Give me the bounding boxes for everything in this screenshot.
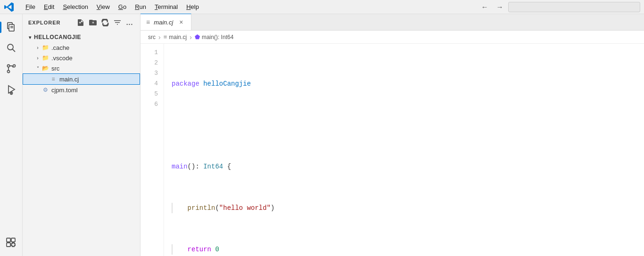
title-search-input[interactable]: [508, 2, 640, 12]
tree-item-cjpm-toml[interactable]: ⚙ cjpm.toml: [23, 85, 140, 95]
folder-icon-src: 📂: [41, 64, 49, 72]
refresh-button[interactable]: [100, 18, 110, 27]
file-tree: ▾ HELLOCANGJIE › 📁 .cache › 📁 .vscode ˅ …: [23, 31, 140, 256]
svg-rect-13: [11, 238, 15, 242]
fn-println: println: [172, 203, 215, 213]
editor-area: ≡ main.cj × src › ≡ main.cj › ⬟ main(): …: [140, 14, 644, 256]
code-line-4: println("hello world"): [172, 203, 636, 213]
paren-open: ():: [188, 161, 204, 172]
vscode-logo: [4, 2, 14, 12]
activity-source-control[interactable]: [2, 59, 21, 78]
root-label: HELLOCANGJIE: [34, 34, 81, 40]
breadcrumb-file-icon: ≡: [164, 33, 167, 40]
explorer-icon: [6, 22, 17, 33]
collapse-button[interactable]: [113, 18, 122, 27]
tab-main-cj[interactable]: ≡ main.cj ×: [140, 14, 191, 30]
new-folder-icon: [89, 19, 97, 26]
str-hello: "hello world": [219, 203, 271, 213]
line-num-5: 5: [148, 89, 158, 99]
code-editor[interactable]: 1 2 3 4 5 6 package helloCangjie main():…: [140, 44, 644, 256]
activity-search[interactable]: [2, 39, 21, 57]
source-control-icon: [6, 63, 17, 74]
ns-hellocangjie: helloCangjie: [203, 79, 251, 89]
file-icon-cjpm: ⚙: [41, 86, 49, 94]
svg-point-8: [7, 71, 9, 73]
breadcrumb-main-fn[interactable]: ⬟ main(): Int64: [195, 33, 233, 40]
more-options-button[interactable]: ...: [125, 18, 134, 27]
type-int64: Int64: [203, 161, 223, 172]
paren-l: (: [215, 203, 219, 213]
menu-go[interactable]: Go: [115, 2, 130, 12]
menu-edit[interactable]: Edit: [40, 2, 58, 12]
paren-r: ): [271, 203, 274, 213]
activity-bar: [0, 14, 23, 256]
line-numbers: 1 2 3 4 5 6: [140, 44, 164, 256]
tree-item-src[interactable]: ˅ 📂 src: [23, 63, 140, 73]
nav-buttons: ← →: [478, 2, 640, 12]
run-debug-icon: [6, 84, 17, 95]
new-folder-button[interactable]: [88, 18, 98, 27]
file-icon-main-cj: ≡: [50, 75, 57, 83]
more-icon: ...: [126, 19, 133, 26]
menu-terminal[interactable]: Terminal: [151, 2, 182, 12]
code-line-3: main(): Int64 {: [172, 161, 636, 172]
svg-line-5: [12, 49, 15, 52]
breadcrumb-file-label: main.cj: [169, 34, 187, 40]
new-file-button[interactable]: [76, 18, 85, 27]
menu-selection[interactable]: Selection: [59, 2, 91, 12]
tab-close-button[interactable]: ×: [177, 18, 185, 26]
tree-item-main-cj[interactable]: ≡ main.cj: [23, 73, 140, 85]
activity-explorer[interactable]: [2, 18, 21, 37]
breadcrumb-fn-label: main(): Int64: [202, 34, 233, 40]
menu-view[interactable]: View: [93, 2, 114, 12]
menu-run[interactable]: Run: [131, 2, 150, 12]
sidebar-title: EXPLORER: [28, 20, 61, 25]
breadcrumb-sep-2: ›: [190, 33, 192, 41]
activity-extensions[interactable]: [2, 233, 21, 252]
cjpm-label: cjpm.toml: [51, 87, 78, 94]
svg-rect-12: [7, 243, 10, 247]
tree-item-vscode[interactable]: › 📁 .vscode: [23, 53, 140, 63]
breadcrumb-src-label: src: [148, 34, 156, 40]
brace-open: {: [223, 161, 231, 172]
tab-filename: main.cj: [154, 19, 173, 26]
main-layout: EXPLORER: [0, 14, 644, 256]
breadcrumb-main-cj[interactable]: ≡ main.cj: [164, 33, 187, 40]
collapse-icon: [114, 19, 121, 26]
svg-point-4: [8, 44, 13, 50]
line-num-3: 3: [148, 68, 158, 79]
folder-icon-cache: 📁: [41, 44, 49, 51]
src-arrow: ˅: [34, 64, 41, 72]
breadcrumb-src[interactable]: src: [148, 34, 156, 40]
menu-help[interactable]: Help: [182, 2, 203, 12]
code-line-5: return 0: [172, 244, 636, 255]
menu-file[interactable]: File: [22, 2, 39, 12]
titlebar: File Edit Selection View Go Run Terminal…: [0, 0, 644, 14]
tab-file-icon: ≡: [146, 18, 150, 26]
sidebar: EXPLORER: [23, 14, 140, 256]
cache-arrow: ›: [34, 44, 41, 51]
search-icon: [6, 42, 17, 54]
code-line-2: [172, 120, 636, 130]
line-num-2: 2: [148, 58, 158, 68]
main-cj-label: main.cj: [59, 76, 79, 83]
kw-package: package: [172, 79, 203, 89]
forward-button[interactable]: →: [493, 2, 506, 12]
activity-run-debug[interactable]: [2, 80, 21, 99]
code-line-1: package helloCangjie: [172, 79, 636, 89]
sidebar-header-icons: ...: [76, 18, 134, 27]
new-file-icon: [77, 19, 84, 26]
kw-main: main: [172, 161, 188, 172]
menu-bar: File Edit Selection View Go Run Terminal…: [22, 2, 203, 12]
svg-point-6: [7, 65, 9, 67]
line-num-6: 6: [148, 99, 158, 110]
refresh-icon: [101, 19, 109, 26]
back-button[interactable]: ←: [478, 2, 491, 12]
cache-label: .cache: [51, 44, 69, 51]
src-label: src: [51, 65, 59, 72]
tree-item-cache[interactable]: › 📁 .cache: [23, 42, 140, 53]
cube-icon: ⬟: [195, 33, 200, 40]
vscode-label: .vscode: [51, 55, 73, 62]
tree-root-hellocangjie[interactable]: ▾ HELLOCANGJIE: [23, 32, 140, 42]
sidebar-header: EXPLORER: [23, 14, 140, 31]
